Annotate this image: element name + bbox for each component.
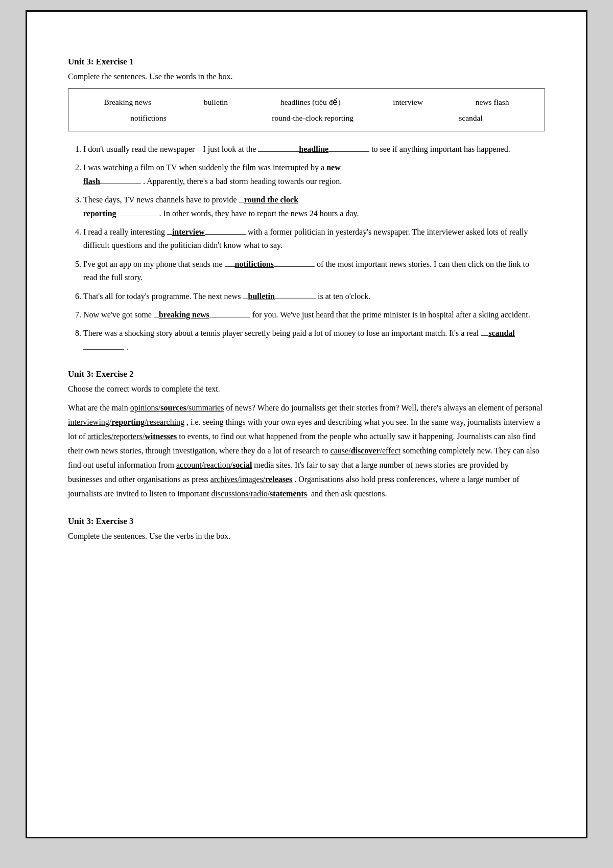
choice-archives-images-releases: archives/images/releases bbox=[210, 475, 293, 484]
selected-releases: releases bbox=[265, 475, 292, 484]
exercise1-section: Unit 3: Exercise 1 Complete the sentence… bbox=[68, 57, 545, 354]
choice-account-reaction-social: account/reaction/social bbox=[176, 461, 252, 469]
exercise1-list: I don't usually read the newspaper – I j… bbox=[83, 143, 545, 354]
answer-5: notifictions bbox=[235, 260, 274, 268]
sentence-text: There was a shocking story about a tenni… bbox=[83, 329, 515, 351]
list-item: I read a really interesting interview wi… bbox=[83, 225, 545, 253]
sentence-text: I read a really interesting interview wi… bbox=[83, 227, 528, 249]
exercise3-section: Unit 3: Exercise 3 Complete the sentence… bbox=[68, 516, 545, 541]
selected-discover: discover bbox=[351, 446, 380, 455]
selected-reporting: reporting bbox=[111, 418, 145, 426]
sentence-text: These days, TV news channels have to pro… bbox=[83, 195, 359, 217]
exercise3-title: Unit 3: Exercise 3 bbox=[68, 516, 545, 527]
answer-1: headline bbox=[299, 145, 328, 153]
list-item: Now we've got some breaking news for you… bbox=[83, 308, 545, 322]
word-bulletin: bulletin bbox=[204, 94, 228, 110]
word-notifictions: notifictions bbox=[130, 110, 167, 126]
sentence-text: I was watching a film on TV when suddenl… bbox=[83, 163, 342, 185]
word-scandal: scandal bbox=[459, 110, 482, 126]
word-box-row1: Breaking news bulletin headlines (tiêu đ… bbox=[78, 94, 535, 110]
word-interview: interview bbox=[393, 94, 423, 110]
list-item: I don't usually read the newspaper – I j… bbox=[83, 143, 545, 156]
choice-opinions-sources-summaries: opinions/sources/summaries bbox=[130, 403, 224, 412]
sentence-text: I've got an app on my phone that sends m… bbox=[83, 260, 529, 282]
sentence-text: That's all for today's programme. The ne… bbox=[83, 292, 370, 301]
choice-articles-reporters-witnesses: articles/reporters/witnesses bbox=[87, 432, 177, 441]
exercise2-paragraph: What are the main opinions/sources/summa… bbox=[68, 401, 545, 501]
list-item: That's all for today's programme. The ne… bbox=[83, 290, 545, 303]
word-breaking-news: Breaking news bbox=[104, 94, 151, 110]
list-item: These days, TV news channels have to pro… bbox=[83, 193, 545, 220]
selected-statements: statements bbox=[270, 489, 307, 498]
answer-8: scandal bbox=[488, 329, 515, 337]
answer-7: breaking news bbox=[159, 310, 209, 319]
word-headlines: headlines (tiêu đề) bbox=[280, 94, 341, 110]
answer-2: newflash bbox=[83, 163, 341, 185]
sentence-text: Now we've got some breaking news for you… bbox=[83, 310, 530, 319]
word-round-the-clock: round-the-clock reporting bbox=[272, 110, 353, 126]
exercise3-instruction: Complete the sentences. Use the verbs in… bbox=[68, 532, 545, 541]
selected-sources: sources bbox=[160, 403, 186, 412]
list-item: There was a shocking story about a tenni… bbox=[83, 327, 545, 354]
exercise2-instruction: Choose the correct words to complete the… bbox=[68, 384, 545, 394]
sentence-text: I don't usually read the newspaper – I j… bbox=[83, 145, 510, 153]
list-item: I was watching a film on TV when suddenl… bbox=[83, 161, 545, 188]
choice-discussions-radio-statements: discussions/radio/statements bbox=[211, 489, 307, 498]
choice-interviewing-reporting-researching: interviewing/reporting/researching bbox=[68, 418, 184, 426]
answer-6: bulletin bbox=[248, 292, 275, 301]
answer-4: interview bbox=[172, 227, 205, 236]
selected-social: social bbox=[232, 461, 252, 469]
word-news-flash: news flash bbox=[476, 94, 509, 110]
word-box-row2: notifictions round-the-clock reporting s… bbox=[78, 110, 535, 126]
choice-cause-discover-effect: cause/discover/effect bbox=[331, 446, 400, 455]
exercise1-title: Unit 3: Exercise 1 bbox=[68, 57, 545, 67]
exercise2-title: Unit 3: Exercise 2 bbox=[68, 369, 545, 379]
selected-witnesses: witnesses bbox=[145, 432, 177, 441]
exercise1-instruction: Complete the sentences. Use the words in… bbox=[68, 72, 545, 81]
answer-3a: round the clockreporting bbox=[83, 195, 298, 217]
page: Unit 3: Exercise 1 Complete the sentence… bbox=[26, 10, 587, 838]
word-box: Breaking news bulletin headlines (tiêu đ… bbox=[68, 88, 545, 131]
list-item: I've got an app on my phone that sends m… bbox=[83, 258, 545, 285]
exercise2-section: Unit 3: Exercise 2 Choose the correct wo… bbox=[68, 369, 545, 501]
